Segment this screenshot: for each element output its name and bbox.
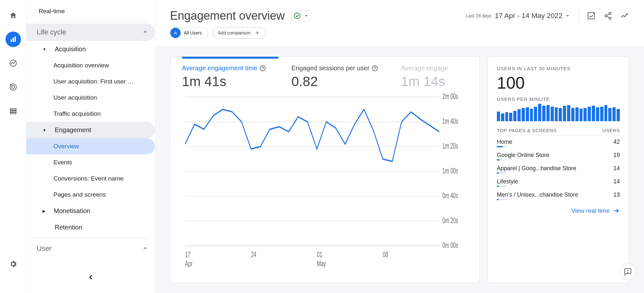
metric-value: 1m 41s [182,74,272,89]
spark-bar [592,106,595,121]
rail-home-icon[interactable] [5,8,21,23]
users-per-minute-label: USERS PER MINUTE [497,96,620,102]
sidebar-section-user[interactable]: User [26,240,155,257]
chevron-down-icon [564,13,571,19]
spark-bar [526,107,529,121]
audience-chip[interactable]: A All Users [170,27,208,38]
sidebar-item-realtime[interactable]: Real-time [26,3,155,19]
share-icon[interactable] [603,11,612,20]
sidebar-item-pages-screens[interactable]: Pages and screens [26,187,155,203]
sidebar-group-monetisation[interactable]: ▶ Monetisation [26,203,155,219]
collapse-sidebar-button[interactable] [87,273,95,283]
row-value: 19 [613,152,620,159]
sidebar-item-events[interactable]: Events [26,154,155,171]
group-label: Retention [55,224,82,231]
customize-report-icon[interactable] [587,11,596,20]
svg-point-12 [605,15,607,17]
sidebar-item-traffic-acquisition[interactable]: Traffic acquisition [26,106,155,122]
sidebar-section-lifecycle[interactable]: Life cycle [26,24,155,41]
date-range-picker[interactable]: Last 28 days 17 Apr - 14 May 2022 [466,12,571,20]
rail-ads-icon[interactable] [5,79,21,95]
svg-point-13 [609,17,611,19]
metric-engaged-sessions[interactable]: Engaged sessions per user ? 0.82 [291,64,382,89]
svg-point-35 [628,272,628,273]
date-value: 17 Apr - 14 May 2022 [495,12,563,20]
line-chart[interactable]: 0m 00s0m 20s0m 40s1m 00s1m 20s1m 40s2m 0… [170,92,479,283]
rail-settings-icon[interactable] [5,256,21,272]
sidebar-item-user-acquisition[interactable]: User acquisition [26,90,155,106]
add-comparison-button[interactable]: Add comparison [213,27,266,39]
metric-avg-engagement-time[interactable]: Average engagement time ? 1m 41s [182,64,272,89]
spark-bar [513,111,516,121]
spark-bar [497,112,500,121]
help-icon[interactable]: ? [260,65,266,71]
row-progress [497,146,507,147]
spark-bar [588,107,591,121]
status-dropdown[interactable] [290,10,312,21]
spark-bar [583,108,587,121]
sidebar: Real-time Life cycle ▼ Acquisition Acqui… [26,0,155,293]
sidebar-item-engagement-overview[interactable]: Overview [26,138,155,154]
rail-reports-icon[interactable] [5,32,21,47]
svg-text:1m 20s: 1m 20s [442,142,458,150]
table-row[interactable]: Home 42 [497,135,620,147]
row-label: Apparel | Goog...handise Store [497,165,576,172]
engagement-metrics-card: Average engagement time ? 1m 41s Engaged… [170,56,480,283]
svg-text:2m 00s: 2m 00s [442,92,458,101]
svg-rect-6 [10,109,16,110]
spark-bar [559,108,562,121]
feedback-button[interactable] [620,263,636,280]
insights-icon[interactable] [620,11,629,20]
metric-overflow[interactable]: Average engage 1m 14s [401,64,479,89]
spark-bar [505,112,508,121]
check-circle-icon [293,12,301,20]
help-icon[interactable]: ? [372,65,378,71]
metric-value: 1m 14s [401,74,479,89]
table-header-right: USERS [602,128,620,133]
row-label: Google Online Store [497,152,549,159]
metric-label: Engaged sessions per user [291,64,369,72]
row-progress [497,199,507,200]
metric-tabs: Average engagement time ? 1m 41s Engaged… [170,64,479,92]
spark-bar [604,105,608,121]
spark-bar [517,109,521,121]
svg-text:0m 40s: 0m 40s [442,191,458,200]
group-label: Acquisition [55,45,86,53]
svg-rect-7 [10,111,16,112]
table-row[interactable]: Lifestyle 14 [497,175,620,187]
spark-bar [546,105,550,121]
sparkline-bars [497,104,620,121]
table-row[interactable]: Google Online Store 19 [497,149,620,161]
svg-point-5 [12,86,14,89]
rail-explore-icon[interactable] [5,55,21,71]
rail-configure-icon[interactable] [5,103,21,119]
svg-text:May: May [317,259,326,268]
sidebar-item-user-acquisition-first[interactable]: User acquisition: First user … [26,73,155,90]
spark-bar [575,107,579,121]
view-realtime-link[interactable]: View real time [497,207,620,214]
row-value: 14 [613,178,620,185]
sidebar-item-retention[interactable]: Retention [26,219,155,236]
sidebar-group-engagement[interactable]: ▼ Engagement [26,122,155,138]
sidebar-item-acquisition-overview[interactable]: Acquisition overview [26,57,155,73]
date-prefix: Last 28 days [466,13,491,18]
spark-bar [617,109,620,121]
row-label: Men's / Unisex...chandise Store [497,191,578,198]
svg-text:0m 00s: 0m 00s [442,241,458,249]
spark-bar [530,109,533,121]
svg-text:17: 17 [185,250,190,259]
spark-bar [563,106,566,121]
spark-bar [612,107,616,121]
spark-bar [571,108,574,121]
realtime-heading: USERS IN LAST 30 MINUTES [497,66,620,71]
sidebar-item-conversions[interactable]: Conversions: Event name [26,171,155,187]
table-row[interactable]: Men's / Unisex...chandise Store 13 [497,188,620,200]
table-row[interactable]: Apparel | Goog...handise Store 14 [497,162,620,174]
spark-bar [551,107,554,121]
row-value: 42 [613,139,620,145]
spark-bar [509,113,512,121]
svg-rect-2 [14,36,16,42]
svg-text:1m 40s: 1m 40s [442,117,458,125]
sidebar-group-acquisition[interactable]: ▼ Acquisition [26,41,155,57]
group-label: Engagement [55,126,91,134]
